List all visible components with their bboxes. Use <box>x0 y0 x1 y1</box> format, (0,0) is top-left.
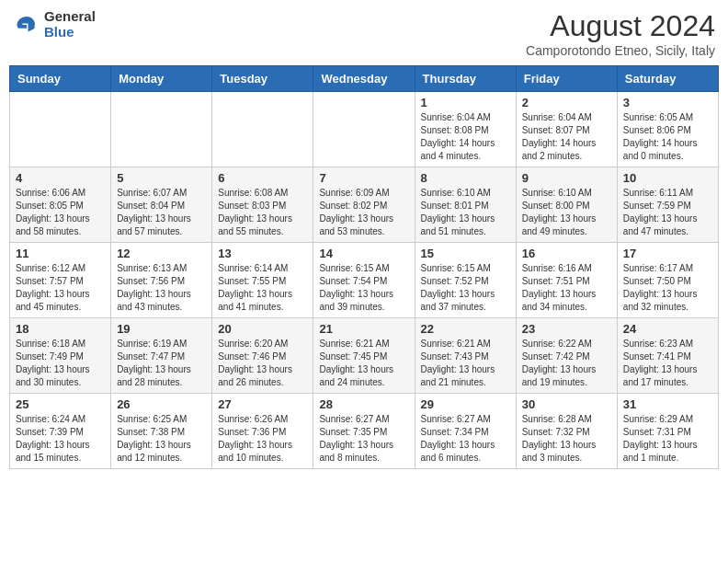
calendar-day-cell: 10Sunrise: 6:11 AMSunset: 7:59 PMDayligh… <box>617 167 718 243</box>
day-info: Sunrise: 6:15 AMSunset: 7:54 PMDaylight:… <box>319 262 408 314</box>
calendar-day-cell: 16Sunrise: 6:16 AMSunset: 7:51 PMDayligh… <box>516 243 617 318</box>
logo-blue-text: Blue <box>44 25 96 40</box>
day-info: Sunrise: 6:18 AMSunset: 7:49 PMDaylight:… <box>16 338 105 389</box>
day-info: Sunrise: 6:14 AMSunset: 7:55 PMDaylight:… <box>218 262 307 314</box>
day-number: 21 <box>319 322 408 336</box>
day-number: 25 <box>16 397 105 411</box>
day-number: 14 <box>319 247 408 260</box>
calendar-day-cell: 1Sunrise: 6:04 AMSunset: 8:08 PMDaylight… <box>415 92 516 167</box>
column-header-monday: Monday <box>111 66 212 92</box>
calendar-day-cell: 20Sunrise: 6:20 AMSunset: 7:46 PMDayligh… <box>212 318 313 394</box>
calendar-day-cell: 27Sunrise: 6:26 AMSunset: 7:36 PMDayligh… <box>212 394 313 469</box>
logo: General Blue <box>13 9 96 40</box>
day-info: Sunrise: 6:25 AMSunset: 7:38 PMDaylight:… <box>117 413 206 465</box>
day-info: Sunrise: 6:20 AMSunset: 7:46 PMDaylight:… <box>218 338 307 389</box>
calendar-week-row: 4Sunrise: 6:06 AMSunset: 8:05 PMDaylight… <box>10 167 719 243</box>
calendar-day-cell: 21Sunrise: 6:21 AMSunset: 7:45 PMDayligh… <box>313 318 415 394</box>
day-number: 20 <box>218 322 307 336</box>
day-info: Sunrise: 6:08 AMSunset: 8:03 PMDaylight:… <box>218 187 307 238</box>
day-number: 17 <box>623 247 712 260</box>
calendar-day-cell: 15Sunrise: 6:15 AMSunset: 7:52 PMDayligh… <box>415 243 516 318</box>
calendar-day-cell: 24Sunrise: 6:23 AMSunset: 7:41 PMDayligh… <box>617 318 718 394</box>
calendar-day-cell: 14Sunrise: 6:15 AMSunset: 7:54 PMDayligh… <box>313 243 415 318</box>
calendar-day-cell: 3Sunrise: 6:05 AMSunset: 8:06 PMDaylight… <box>617 92 718 167</box>
day-number: 1 <box>421 96 510 109</box>
column-header-sunday: Sunday <box>10 66 111 92</box>
day-info: Sunrise: 6:04 AMSunset: 8:07 PMDaylight:… <box>522 111 611 163</box>
column-header-saturday: Saturday <box>617 66 718 92</box>
logo-general-text: General <box>44 9 96 25</box>
calendar-week-row: 25Sunrise: 6:24 AMSunset: 7:39 PMDayligh… <box>10 394 719 469</box>
day-number: 15 <box>421 247 510 260</box>
day-number: 7 <box>319 171 408 185</box>
day-info: Sunrise: 6:10 AMSunset: 8:01 PMDaylight:… <box>421 187 510 238</box>
day-number: 23 <box>522 322 611 336</box>
calendar-day-cell: 19Sunrise: 6:19 AMSunset: 7:47 PMDayligh… <box>111 318 212 394</box>
day-info: Sunrise: 6:21 AMSunset: 7:43 PMDaylight:… <box>421 338 510 389</box>
calendar-day-cell: 25Sunrise: 6:24 AMSunset: 7:39 PMDayligh… <box>10 394 111 469</box>
day-info: Sunrise: 6:11 AMSunset: 7:59 PMDaylight:… <box>623 187 712 238</box>
calendar-day-cell: 31Sunrise: 6:29 AMSunset: 7:31 PMDayligh… <box>617 394 718 469</box>
day-number: 12 <box>117 247 206 260</box>
logo-text: General Blue <box>44 9 96 40</box>
day-info: Sunrise: 6:29 AMSunset: 7:31 PMDaylight:… <box>623 413 712 465</box>
location-subtitle: Camporotondo Etneo, Sicily, Italy <box>526 43 715 58</box>
calendar-day-cell: 2Sunrise: 6:04 AMSunset: 8:07 PMDaylight… <box>516 92 617 167</box>
page-header: General Blue August 2024 Camporotondo Et… <box>9 9 719 58</box>
calendar-day-cell: 13Sunrise: 6:14 AMSunset: 7:55 PMDayligh… <box>212 243 313 318</box>
day-info: Sunrise: 6:19 AMSunset: 7:47 PMDaylight:… <box>117 338 206 389</box>
day-number: 9 <box>522 171 611 185</box>
day-info: Sunrise: 6:17 AMSunset: 7:50 PMDaylight:… <box>623 262 712 314</box>
day-number: 11 <box>16 247 105 260</box>
calendar-day-cell: 9Sunrise: 6:10 AMSunset: 8:00 PMDaylight… <box>516 167 617 243</box>
day-number: 29 <box>421 397 510 411</box>
day-number: 22 <box>421 322 510 336</box>
calendar-day-cell: 12Sunrise: 6:13 AMSunset: 7:56 PMDayligh… <box>111 243 212 318</box>
day-info: Sunrise: 6:12 AMSunset: 7:57 PMDaylight:… <box>16 262 105 314</box>
calendar-table: SundayMondayTuesdayWednesdayThursdayFrid… <box>9 65 719 469</box>
day-info: Sunrise: 6:21 AMSunset: 7:45 PMDaylight:… <box>319 338 408 389</box>
calendar-day-cell: 7Sunrise: 6:09 AMSunset: 8:02 PMDaylight… <box>313 167 415 243</box>
calendar-day-cell: 22Sunrise: 6:21 AMSunset: 7:43 PMDayligh… <box>415 318 516 394</box>
day-info: Sunrise: 6:26 AMSunset: 7:36 PMDaylight:… <box>218 413 307 465</box>
empty-day-cell <box>111 92 212 167</box>
day-number: 27 <box>218 397 307 411</box>
calendar-week-row: 1Sunrise: 6:04 AMSunset: 8:08 PMDaylight… <box>10 92 719 167</box>
column-header-tuesday: Tuesday <box>212 66 313 92</box>
calendar-header-row: SundayMondayTuesdayWednesdayThursdayFrid… <box>10 66 719 92</box>
day-number: 19 <box>117 322 206 336</box>
empty-day-cell <box>313 92 415 167</box>
day-number: 13 <box>218 247 307 260</box>
day-number: 3 <box>623 96 712 109</box>
day-info: Sunrise: 6:07 AMSunset: 8:04 PMDaylight:… <box>117 187 206 238</box>
column-header-wednesday: Wednesday <box>313 66 415 92</box>
calendar-day-cell: 29Sunrise: 6:27 AMSunset: 7:34 PMDayligh… <box>415 394 516 469</box>
day-number: 5 <box>117 171 206 185</box>
day-info: Sunrise: 6:09 AMSunset: 8:02 PMDaylight:… <box>319 187 408 238</box>
day-number: 10 <box>623 171 712 185</box>
day-number: 2 <box>522 96 611 109</box>
day-number: 6 <box>218 171 307 185</box>
day-info: Sunrise: 6:06 AMSunset: 8:05 PMDaylight:… <box>16 187 105 238</box>
calendar-day-cell: 26Sunrise: 6:25 AMSunset: 7:38 PMDayligh… <box>111 394 212 469</box>
calendar-day-cell: 8Sunrise: 6:10 AMSunset: 8:01 PMDaylight… <box>415 167 516 243</box>
calendar-day-cell: 11Sunrise: 6:12 AMSunset: 7:57 PMDayligh… <box>10 243 111 318</box>
logo-icon <box>13 11 40 39</box>
day-number: 28 <box>319 397 408 411</box>
day-info: Sunrise: 6:27 AMSunset: 7:35 PMDaylight:… <box>319 413 408 465</box>
day-number: 16 <box>522 247 611 260</box>
day-info: Sunrise: 6:16 AMSunset: 7:51 PMDaylight:… <box>522 262 611 314</box>
day-number: 4 <box>16 171 105 185</box>
empty-day-cell <box>212 92 313 167</box>
calendar-week-row: 11Sunrise: 6:12 AMSunset: 7:57 PMDayligh… <box>10 243 719 318</box>
day-info: Sunrise: 6:05 AMSunset: 8:06 PMDaylight:… <box>623 111 712 163</box>
calendar-day-cell: 30Sunrise: 6:28 AMSunset: 7:32 PMDayligh… <box>516 394 617 469</box>
day-number: 18 <box>16 322 105 336</box>
month-year-title: August 2024 <box>526 9 715 43</box>
column-header-thursday: Thursday <box>415 66 516 92</box>
day-number: 8 <box>421 171 510 185</box>
day-number: 30 <box>522 397 611 411</box>
day-info: Sunrise: 6:15 AMSunset: 7:52 PMDaylight:… <box>421 262 510 314</box>
day-info: Sunrise: 6:27 AMSunset: 7:34 PMDaylight:… <box>421 413 510 465</box>
calendar-day-cell: 17Sunrise: 6:17 AMSunset: 7:50 PMDayligh… <box>617 243 718 318</box>
